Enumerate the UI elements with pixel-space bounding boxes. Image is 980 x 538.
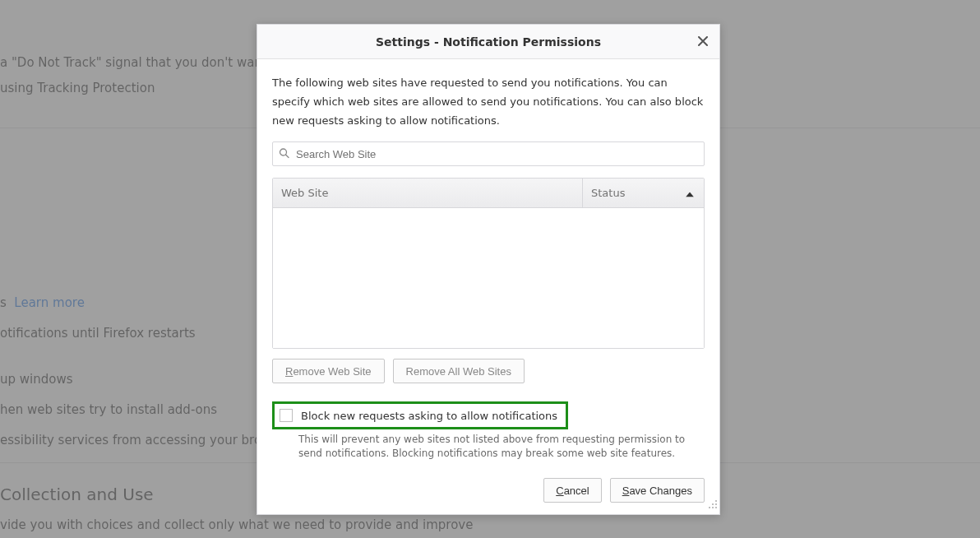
close-button[interactable] xyxy=(693,31,713,51)
table-header: Web Site Status xyxy=(273,179,704,208)
svg-point-5 xyxy=(709,507,710,508)
column-header-status[interactable]: Status xyxy=(582,179,704,207)
dialog-title: Settings - Notification Permissions xyxy=(376,35,601,49)
block-requests-row: Block new requests asking to allow notif… xyxy=(272,401,568,429)
close-icon xyxy=(698,36,708,46)
table-body-empty xyxy=(273,208,704,348)
remove-buttons-row: Remove Web Site Remove All Web Sites xyxy=(272,359,705,383)
svg-point-3 xyxy=(712,503,714,505)
save-changes-button[interactable]: Save Changes xyxy=(610,478,705,503)
dialog-header: Settings - Notification Permissions xyxy=(257,25,719,59)
cancel-button[interactable]: Cancel xyxy=(543,478,601,503)
notification-permissions-dialog: Settings - Notification Permissions The … xyxy=(257,24,720,515)
block-requests-checkbox[interactable] xyxy=(280,409,293,422)
block-requests-label: Block new requests asking to allow notif… xyxy=(301,410,557,422)
svg-point-7 xyxy=(715,507,717,508)
dialog-description: The following web sites have requested t… xyxy=(272,74,705,130)
websites-table: Web Site Status xyxy=(272,178,705,349)
search-icon xyxy=(279,146,289,162)
block-requests-help-text: This will prevent any web sites not list… xyxy=(298,433,705,461)
resize-grip-icon[interactable] xyxy=(708,497,718,512)
column-header-website[interactable]: Web Site xyxy=(273,179,582,207)
dialog-footer: Cancel Save Changes xyxy=(257,470,719,514)
remove-website-button[interactable]: Remove Web Site xyxy=(272,359,385,383)
svg-point-6 xyxy=(712,507,714,508)
svg-point-2 xyxy=(715,500,717,502)
search-container xyxy=(272,141,705,166)
dialog-body: The following web sites have requested t… xyxy=(257,59,719,470)
svg-line-1 xyxy=(286,155,289,158)
search-website-input[interactable] xyxy=(272,141,705,166)
sort-asc-icon xyxy=(686,187,694,199)
remove-all-websites-button[interactable]: Remove All Web Sites xyxy=(393,359,525,383)
svg-point-4 xyxy=(715,503,717,505)
column-header-status-label: Status xyxy=(591,187,625,199)
